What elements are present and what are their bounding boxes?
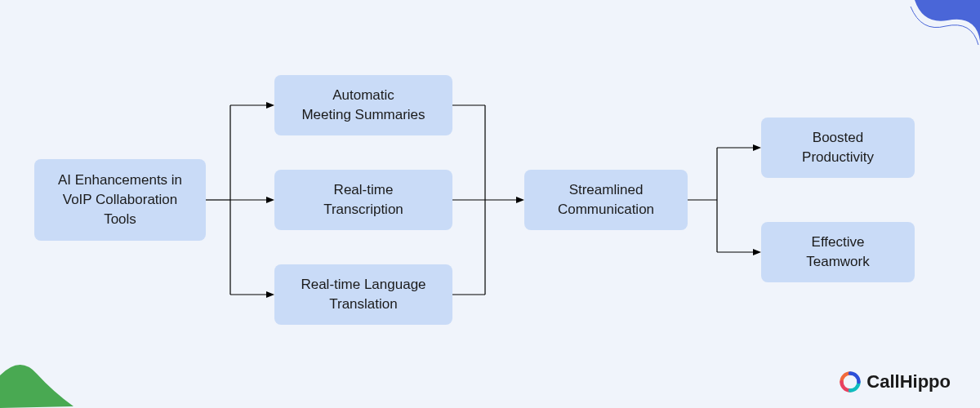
- decoration-bottom-left: [0, 359, 74, 408]
- node-outcome-label: StreamlinedCommunication: [558, 180, 654, 220]
- node-feature-2-label: Real-time LanguageTranslation: [301, 275, 425, 314]
- svg-marker-19: [753, 249, 761, 255]
- svg-marker-3: [266, 102, 274, 109]
- svg-marker-5: [266, 197, 274, 203]
- node-feature-0-label: AutomaticMeeting Summaries: [301, 86, 425, 125]
- node-feature-2: Real-time LanguageTranslation: [274, 264, 452, 325]
- brand-logo: CallHippo: [839, 370, 951, 393]
- node-feature-1: Real-timeTranscription: [274, 170, 452, 230]
- brand-icon: [839, 370, 862, 393]
- node-benefit-0: BoostedProductivity: [761, 118, 915, 178]
- svg-marker-13: [516, 197, 524, 203]
- node-feature-1-label: Real-timeTranscription: [323, 180, 403, 220]
- connector-root-to-features: [206, 75, 274, 325]
- node-root: AI Enhancements in VoIP Collaboration To…: [34, 159, 206, 241]
- svg-point-20: [847, 379, 854, 386]
- node-feature-0: AutomaticMeeting Summaries: [274, 75, 452, 135]
- node-outcome: StreamlinedCommunication: [524, 170, 688, 230]
- svg-marker-17: [753, 144, 761, 151]
- brand-name: CallHippo: [866, 371, 951, 392]
- node-benefit-1-label: EffectiveTeamwork: [806, 233, 869, 272]
- decoration-top-right: [906, 0, 980, 57]
- node-benefit-0-label: BoostedProductivity: [802, 128, 874, 167]
- connector-outcome-to-benefits: [688, 118, 761, 282]
- connector-features-to-outcome: [452, 75, 524, 325]
- node-benefit-1: EffectiveTeamwork: [761, 222, 915, 282]
- svg-marker-7: [266, 291, 274, 298]
- node-root-label: AI Enhancements in VoIP Collaboration To…: [47, 171, 193, 228]
